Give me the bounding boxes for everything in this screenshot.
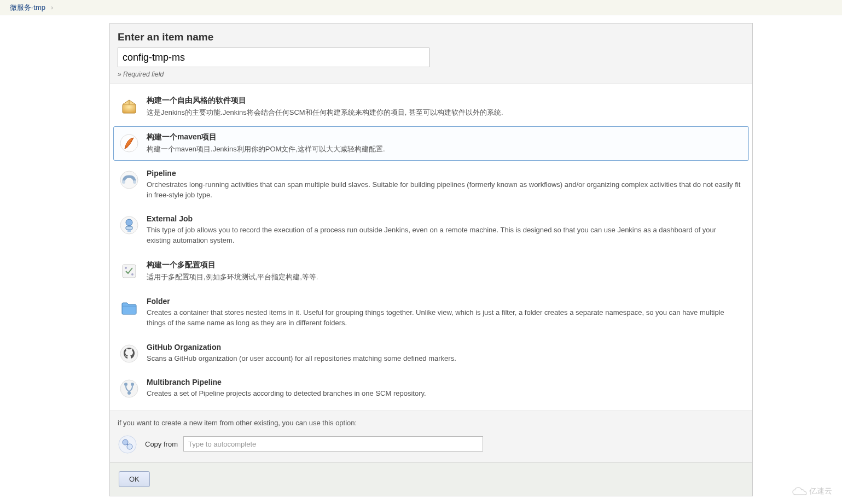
multibranch-icon <box>119 379 139 398</box>
pipeline-icon <box>119 170 139 190</box>
item-type-multibranch[interactable]: Multibranch PipelineCreates a set of Pip… <box>113 372 749 405</box>
copy-from-note: if you want to create a new item from ot… <box>118 419 745 427</box>
item-type-title: 构建一个maven项目 <box>147 132 742 142</box>
multiconfig-icon <box>119 261 139 281</box>
svg-point-4 <box>133 180 136 184</box>
svg-point-6 <box>126 219 132 226</box>
externaljob-icon <box>119 215 139 235</box>
watermark-text: 亿速云 <box>809 487 832 496</box>
item-type-desc: Creates a container that stores nested i… <box>147 308 742 329</box>
svg-point-16 <box>127 391 131 395</box>
svg-point-13 <box>120 380 138 397</box>
item-type-freestyle[interactable]: 构建一个自由风格的软件项目这是Jenkins的主要功能.Jenkins将会结合任… <box>113 90 749 124</box>
svg-rect-8 <box>127 230 131 232</box>
item-type-title: GitHub Organization <box>147 343 742 351</box>
ok-button[interactable]: OK <box>119 471 150 487</box>
item-type-title: Multibranch Pipeline <box>147 378 742 386</box>
panel-header: Enter an item name » Required field <box>110 24 752 84</box>
item-type-desc: 构建一个maven项目.Jenkins利用你的POM文件,这样可以大大减轻构建配… <box>147 144 742 155</box>
svg-point-12 <box>120 345 138 362</box>
new-item-panel: Enter an item name » Required field 构建一个… <box>109 23 753 462</box>
svg-rect-0 <box>123 104 136 113</box>
page-title: Enter an item name <box>118 31 745 43</box>
item-type-pipeline[interactable]: PipelineOrchestrates long-running activi… <box>113 163 749 207</box>
item-name-input[interactable] <box>118 48 429 67</box>
copy-from-input[interactable] <box>183 436 483 452</box>
feather-icon <box>119 133 139 153</box>
item-type-title: Folder <box>147 297 742 306</box>
svg-point-15 <box>131 383 134 386</box>
item-type-folder[interactable]: FolderCreates a container that stores ne… <box>113 291 749 335</box>
copy-from-label: Copy from <box>145 440 178 448</box>
item-type-maven[interactable]: 构建一个maven项目构建一个maven项目.Jenkins利用你的POM文件,… <box>113 126 749 161</box>
breadcrumb-bar: 微服务-tmp › <box>0 0 842 15</box>
item-type-desc: Scans a GitHub organization (or user acc… <box>147 354 742 364</box>
watermark: 亿速云 <box>792 487 832 496</box>
svg-rect-7 <box>126 226 132 230</box>
breadcrumb-separator: › <box>51 4 53 11</box>
breadcrumb-item[interactable]: 微服务-tmp <box>10 3 45 13</box>
required-field-note: » Required field <box>118 71 745 78</box>
footer-panel: OK <box>109 462 753 496</box>
item-type-title: 构建一个自由风格的软件项目 <box>147 96 742 106</box>
copy-from-section: if you want to create a new item from ot… <box>110 411 752 462</box>
cloud-icon <box>792 487 807 496</box>
svg-point-10 <box>125 267 127 269</box>
item-type-desc: This type of job allows you to record th… <box>147 225 742 246</box>
box-icon <box>119 97 139 116</box>
item-type-desc: 适用于多配置项目,例如多环境测试,平台指定构建,等等. <box>147 272 742 283</box>
copy-icon <box>118 435 137 454</box>
svg-point-3 <box>122 180 125 184</box>
item-type-desc: 这是Jenkins的主要功能.Jenkins将会结合任何SCM和任何构建系统来构… <box>147 108 742 118</box>
item-type-multiconfig[interactable]: 构建一个多配置项目适用于多配置项目,例如多环境测试,平台指定构建,等等. <box>113 254 749 289</box>
item-type-desc: Orchestrates long-running activities tha… <box>147 180 742 201</box>
github-icon <box>119 344 139 364</box>
item-type-githuborg[interactable]: GitHub OrganizationScans a GitHub organi… <box>113 337 749 370</box>
svg-point-11 <box>131 273 133 276</box>
item-type-list: 构建一个自由风格的软件项目这是Jenkins的主要功能.Jenkins将会结合任… <box>110 84 752 411</box>
item-type-title: 构建一个多配置项目 <box>147 260 742 270</box>
svg-point-14 <box>124 383 127 386</box>
item-type-external[interactable]: External JobThis type of job allows you … <box>113 208 749 252</box>
folder-icon <box>119 298 139 318</box>
item-type-title: Pipeline <box>147 169 742 178</box>
item-type-desc: Creates a set of Pipeline projects accor… <box>147 389 742 399</box>
item-type-title: External Job <box>147 214 742 223</box>
